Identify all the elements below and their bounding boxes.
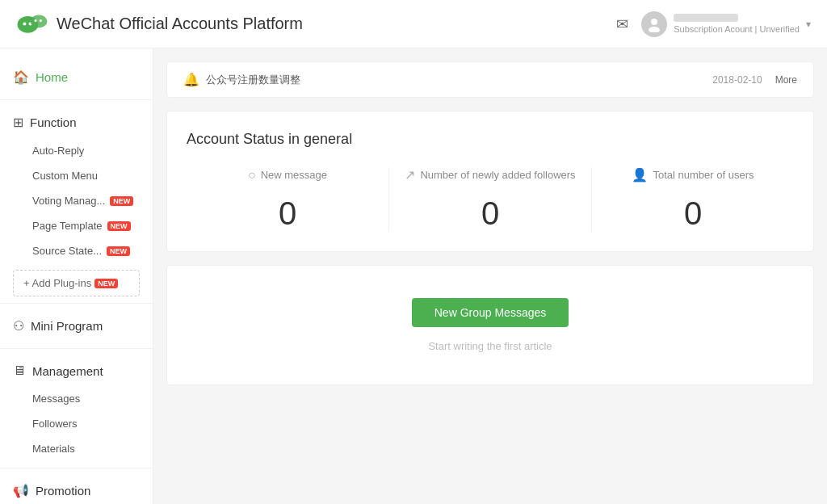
sidebar-function-section: ⊞ Function Auto-Reply Custom Menu Voting… bbox=[0, 107, 153, 296]
avatar bbox=[641, 11, 667, 37]
svg-point-1 bbox=[23, 22, 26, 25]
dropdown-arrow-icon: ▾ bbox=[806, 19, 811, 30]
user-icon: 👤 bbox=[632, 167, 648, 183]
svg-point-3 bbox=[31, 15, 48, 27]
notice-right: 2018-02-10 More bbox=[712, 74, 797, 86]
custom-menu-label: Custom Menu bbox=[32, 170, 98, 182]
wechat-logo-icon bbox=[16, 12, 48, 36]
group-messages-card: New Group Messages Start writing the fir… bbox=[166, 265, 814, 385]
message-icon: ○ bbox=[248, 168, 256, 183]
materials-label: Materials bbox=[32, 443, 75, 455]
messages-label: Messages bbox=[32, 393, 80, 405]
stat-new-followers-value: 0 bbox=[389, 195, 591, 232]
layout: 🏠 Home ⊞ Function Auto-Reply Custom Menu… bbox=[0, 48, 827, 504]
management-icon: 🖥 bbox=[13, 363, 26, 378]
account-status-card: Account Status in general ○ New message … bbox=[166, 111, 814, 252]
sidebar: 🏠 Home ⊞ Function Auto-Reply Custom Menu… bbox=[0, 48, 153, 504]
main-content: 🔔 公众号注册数量调整 2018-02-10 More Account Stat… bbox=[153, 48, 827, 504]
auto-reply-label: Auto-Reply bbox=[32, 145, 84, 157]
promotion-icon: 📢 bbox=[13, 483, 29, 498]
sidebar-promotion-label: Promotion bbox=[36, 484, 90, 498]
home-icon: 🏠 bbox=[13, 69, 29, 85]
divider-4 bbox=[0, 468, 153, 468]
function-icon: ⊞ bbox=[13, 115, 23, 130]
add-plugin-label: + Add Plug-ins bbox=[23, 277, 91, 289]
stat-new-followers-label: ↗ Number of newly added followers bbox=[389, 167, 591, 183]
notice-left: 🔔 公众号注册数量调整 bbox=[183, 72, 300, 87]
divider-3 bbox=[0, 348, 153, 349]
account-type: Subscription Acount bbox=[674, 24, 752, 34]
account-info[interactable]: Subscription Acount | Unverified ▾ bbox=[641, 11, 811, 37]
source-state-badge: NEW bbox=[107, 246, 130, 256]
notice-bar: 🔔 公众号注册数量调整 2018-02-10 More bbox=[166, 61, 814, 98]
account-name-block: Subscription Acount | Unverified bbox=[674, 14, 800, 34]
sidebar-function-title[interactable]: ⊞ Function bbox=[0, 107, 153, 138]
svg-point-5 bbox=[40, 19, 42, 22]
account-status: Unverified bbox=[759, 24, 800, 34]
add-plugin-badge: NEW bbox=[94, 279, 118, 288]
mail-icon[interactable]: ✉ bbox=[616, 15, 628, 33]
bell-icon: 🔔 bbox=[183, 72, 199, 87]
sidebar-management-title[interactable]: 🖥 Management bbox=[0, 355, 153, 386]
page-template-label: Page Template bbox=[32, 220, 103, 232]
sidebar-management-section: 🖥 Management Messages Followers Material… bbox=[0, 355, 153, 461]
sidebar-promotion-title[interactable]: 📢 Promotion bbox=[0, 475, 153, 504]
stat-total-users: 👤 Total number of users 0 bbox=[591, 167, 794, 232]
followers-label: Followers bbox=[32, 418, 78, 430]
voting-label: Voting Manag... bbox=[32, 195, 105, 207]
sidebar-item-page-template[interactable]: Page Template NEW bbox=[0, 213, 153, 238]
mini-program-icon: ⚇ bbox=[13, 318, 24, 334]
sidebar-item-voting[interactable]: Voting Manag... NEW bbox=[0, 188, 153, 213]
sidebar-item-followers[interactable]: Followers bbox=[0, 411, 153, 436]
sidebar-mini-program-label: Mini Program bbox=[31, 319, 103, 333]
sidebar-item-custom-menu[interactable]: Custom Menu bbox=[0, 163, 153, 188]
account-sub: Subscription Acount | Unverified bbox=[674, 24, 800, 34]
add-plugin-button[interactable]: + Add Plug-ins NEW bbox=[13, 270, 140, 296]
stat-new-message-label: ○ New message bbox=[187, 168, 388, 183]
more-link[interactable]: More bbox=[775, 74, 797, 86]
voting-badge: NEW bbox=[110, 196, 133, 206]
stat-new-message-value: 0 bbox=[187, 195, 388, 232]
account-status-title: Account Status in general bbox=[187, 131, 794, 148]
account-name-bar bbox=[674, 14, 738, 22]
sidebar-management-label: Management bbox=[32, 364, 103, 378]
divider-2 bbox=[0, 303, 153, 304]
stat-new-message-text: New message bbox=[261, 169, 327, 181]
app-title: WeChat Official Accounts Platform bbox=[57, 15, 303, 33]
sidebar-item-source-state[interactable]: Source State... NEW bbox=[0, 238, 153, 263]
svg-point-4 bbox=[34, 19, 36, 22]
trend-up-icon: ↗ bbox=[405, 167, 415, 183]
header: WeChat Official Accounts Platform ✉ Subs… bbox=[0, 0, 827, 48]
notice-date: 2018-02-10 bbox=[712, 74, 762, 86]
page-template-badge: NEW bbox=[107, 221, 131, 231]
stat-new-message: ○ New message 0 bbox=[187, 168, 388, 232]
new-group-messages-button[interactable]: New Group Messages bbox=[412, 298, 569, 327]
sidebar-item-home[interactable]: 🏠 Home bbox=[0, 61, 153, 93]
stat-new-followers-text: Number of newly added followers bbox=[420, 169, 575, 181]
header-right: ✉ Subscription Acount | Unverified ▾ bbox=[616, 11, 811, 37]
sidebar-mini-program-title[interactable]: ⚇ Mini Program bbox=[0, 310, 153, 342]
stat-total-users-value: 0 bbox=[592, 195, 794, 232]
stat-total-users-text: Total number of users bbox=[653, 169, 754, 181]
notice-text: 公众号注册数量调整 bbox=[206, 73, 300, 87]
sidebar-home-label: Home bbox=[36, 70, 68, 84]
sidebar-item-messages[interactable]: Messages bbox=[0, 386, 153, 411]
sidebar-mini-program-section: ⚇ Mini Program bbox=[0, 310, 153, 342]
sidebar-item-materials[interactable]: Materials bbox=[0, 436, 153, 461]
stats-row: ○ New message 0 ↗ Number of newly added … bbox=[187, 167, 794, 232]
logo-area: WeChat Official Accounts Platform bbox=[16, 12, 616, 36]
sidebar-item-auto-reply[interactable]: Auto-Reply bbox=[0, 138, 153, 163]
sidebar-function-label: Function bbox=[30, 116, 77, 129]
start-writing-text: Start writing the first article bbox=[187, 340, 794, 352]
source-state-label: Source State... bbox=[32, 245, 102, 257]
divider-1 bbox=[0, 99, 153, 100]
sidebar-promotion-section: 📢 Promotion bbox=[0, 475, 153, 504]
sidebar-home-section: 🏠 Home bbox=[0, 61, 153, 93]
stat-total-users-label: 👤 Total number of users bbox=[592, 167, 794, 183]
svg-point-6 bbox=[651, 19, 657, 25]
svg-point-7 bbox=[649, 27, 660, 32]
stat-new-followers: ↗ Number of newly added followers 0 bbox=[388, 167, 591, 232]
